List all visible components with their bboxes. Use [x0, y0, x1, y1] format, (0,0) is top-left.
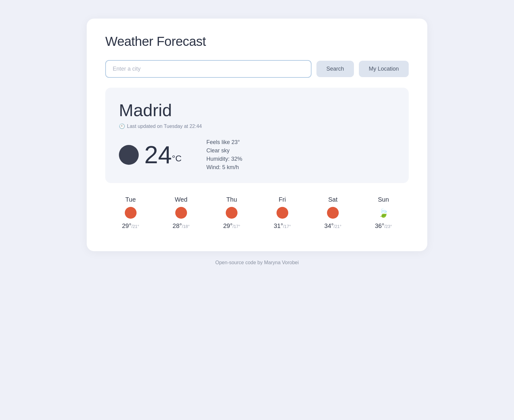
forecast-day: Sat34°/21° [324, 196, 341, 230]
temp-section: 24°C [119, 142, 181, 167]
forecast-low: /23° [384, 224, 392, 229]
forecast-low: /21° [334, 224, 342, 229]
forecast-high: 31° [274, 222, 283, 229]
forecast-high: 29° [223, 222, 233, 229]
weather-condition-icon [119, 145, 139, 165]
forecast-temp: 34°/21° [324, 222, 341, 230]
forecast-day: Tue29°/21° [122, 196, 139, 230]
last-updated: 🕙 Last updated on Tuesday at 22:44 [119, 123, 395, 129]
wind: Wind: 5 km/h [206, 164, 242, 171]
footer: Open-source code by Maryna Vorobei [87, 260, 427, 265]
forecast-day-label: Wed [175, 196, 188, 203]
my-location-button[interactable]: My Location [359, 61, 409, 77]
forecast-high: 29° [122, 222, 131, 229]
forecast-day: Fri31°/17° [274, 196, 291, 230]
forecast-day: Wed28°/18° [172, 196, 189, 230]
forecast-sun-icon [125, 207, 137, 219]
temperature-value: 24 [144, 141, 172, 168]
forecast-temp: 29°/17° [223, 222, 240, 230]
forecast-high: 34° [324, 222, 333, 229]
city-name: Madrid [119, 100, 395, 120]
forecast-day-label: Fri [279, 196, 286, 203]
search-row: Search My Location [105, 60, 409, 78]
temperature-display: 24°C [144, 142, 181, 167]
condition: Clear sky [206, 147, 242, 154]
forecast-low: /17° [283, 224, 291, 229]
main-card: Weather Forecast Search My Location Madr… [87, 19, 427, 251]
forecast-high: 36° [375, 222, 384, 229]
forecast-temp: 31°/17° [274, 222, 291, 230]
forecast-temp: 29°/21° [122, 222, 139, 230]
forecast-wind-icon: 🍃 [377, 207, 389, 219]
forecast-temp: 36°/23° [375, 222, 392, 230]
forecast-day-label: Sun [378, 196, 389, 203]
app-container: Weather Forecast Search My Location Madr… [87, 19, 427, 265]
humidity: Humidity: 32% [206, 156, 242, 162]
forecast-low: /21° [131, 224, 139, 229]
forecast-day: Thu29°/17° [223, 196, 240, 230]
city-input[interactable] [105, 60, 311, 78]
forecast-temp: 28°/18° [172, 222, 189, 230]
search-button[interactable]: Search [316, 61, 354, 77]
forecast-day-label: Tue [125, 196, 136, 203]
forecast-day-label: Thu [226, 196, 237, 203]
forecast-row: Tue29°/21°Wed28°/18°Thu29°/17°Fri31°/17°… [105, 193, 409, 233]
forecast-sun-icon [327, 207, 339, 219]
forecast-high: 28° [172, 222, 182, 229]
forecast-low: /17° [233, 224, 240, 229]
forecast-day: Sun🍃36°/23° [375, 196, 392, 230]
weather-info-row: 24°C Feels like 23° Clear sky Humidity: … [119, 139, 395, 171]
weather-main-card: Madrid 🕙 Last updated on Tuesday at 22:4… [105, 88, 409, 183]
weather-details: Feels like 23° Clear sky Humidity: 32% W… [206, 139, 242, 171]
temp-unit: °C [172, 154, 181, 163]
forecast-low: /18° [182, 224, 190, 229]
forecast-day-label: Sat [328, 196, 338, 203]
page-title: Weather Forecast [105, 34, 409, 49]
forecast-sun-icon [277, 207, 288, 219]
forecast-sun-icon [175, 207, 187, 219]
forecast-sun-icon [226, 207, 237, 219]
feels-like: Feels like 23° [206, 139, 242, 146]
clock-icon: 🕙 [119, 123, 125, 129]
